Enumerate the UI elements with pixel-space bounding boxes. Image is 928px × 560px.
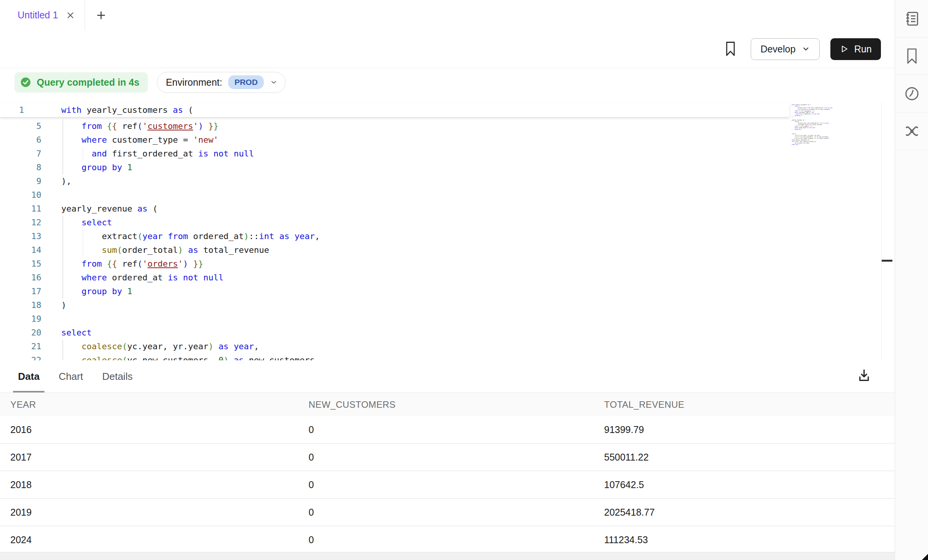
tab-details[interactable]: Details: [97, 360, 137, 392]
line-number: 9: [0, 174, 41, 188]
sticky-line-number: 1: [0, 103, 24, 117]
table-cell: 0: [309, 444, 314, 470]
horizontal-scrollbar[interactable]: [0, 552, 895, 560]
code-line[interactable]: 8 group by 1: [0, 161, 895, 174]
history-clock-icon[interactable]: [895, 75, 928, 112]
sticky-line: 1 with yearly_customers as (: [0, 103, 789, 117]
bookmark-icon[interactable]: [895, 37, 928, 75]
table-row: 201902025418.77: [0, 499, 895, 526]
line-number: 13: [0, 230, 41, 243]
line-number: 15: [0, 257, 41, 271]
line-number: 5: [0, 119, 41, 133]
table-cell: 2018: [10, 471, 32, 498]
code-line[interactable]: 12 select: [0, 216, 895, 230]
code-line[interactable]: 10: [0, 188, 895, 202]
table-cell: 0: [309, 526, 314, 553]
play-icon: [840, 44, 849, 54]
line-number: 16: [0, 271, 41, 285]
line-number: 21: [0, 340, 41, 353]
code-line[interactable]: 15 from {{ ref('orders') }}: [0, 257, 895, 271]
line-number: 20: [0, 326, 41, 340]
code-line[interactable]: 22 coalesce(yc.new_customers, 0) as new_…: [0, 353, 895, 360]
table-cell: 0: [309, 416, 314, 443]
column-header: NEW_CUSTOMERS: [309, 393, 395, 417]
table-row: 20170550011.22: [0, 444, 895, 471]
lineage-mesh-icon[interactable]: [895, 112, 928, 150]
line-number: 22: [0, 353, 41, 360]
line-number: 8: [0, 161, 41, 174]
tab-title: Untitled 1: [18, 10, 58, 21]
code-line[interactable]: 14 sum(order_total) as total_revenue: [0, 243, 895, 257]
line-number: 14: [0, 243, 41, 257]
table-cell: 550011.22: [604, 444, 649, 470]
code-line[interactable]: 21 coalesce(yc.year, yr.year) as year,: [0, 340, 895, 353]
table-cell: 0: [309, 471, 314, 498]
toolbar: Develop Run: [0, 30, 895, 68]
code-editor[interactable]: 5 from {{ ref('customers') }}6 where cus…: [0, 96, 895, 360]
right-sidebar: [895, 0, 928, 560]
line-number: 18: [0, 298, 41, 312]
code-line[interactable]: 6 where customer_type = 'new': [0, 133, 895, 147]
code-line[interactable]: 9),: [0, 174, 895, 188]
sticky-line-text: with yearly_customers as (: [61, 103, 193, 117]
column-header: YEAR: [10, 393, 36, 417]
table-cell: 2025418.77: [604, 499, 655, 526]
environment-label: Environment:: [166, 77, 222, 88]
code-line[interactable]: 11yearly_revenue as (: [0, 202, 895, 216]
tab-untitled-1[interactable]: Untitled 1: [0, 0, 85, 30]
table-cell: 107642.5: [604, 471, 644, 498]
overview-ruler: [881, 103, 882, 360]
code-line[interactable]: 13 extract(year from ordered_at)::int as…: [0, 230, 895, 243]
table-row: 20240111234.53: [0, 526, 895, 554]
table-body: 2016091399.7920170550011.2220180107642.5…: [0, 416, 895, 554]
table-cell: 2024: [10, 526, 32, 553]
resize-corner[interactable]: [922, 554, 928, 560]
minimap[interactable]: with yearly_customers as ( select extrac…: [792, 104, 832, 150]
new-tab-button[interactable]: [90, 0, 113, 30]
line-number: 6: [0, 133, 41, 147]
table-cell: 2016: [10, 416, 32, 443]
query-status-text: Query completed in 4s: [37, 77, 139, 88]
results-panel: Data Chart Details YEARNEW_CUSTOMERSTOTA…: [0, 360, 895, 560]
environment-value-chip: PROD: [228, 75, 264, 89]
results-tabs: Data Chart Details: [0, 360, 895, 392]
develop-dropdown[interactable]: Develop: [751, 38, 820, 60]
table-cell: 91399.79: [604, 416, 644, 443]
main-area: Untitled 1 Develop Run: [0, 0, 895, 560]
line-number: 17: [0, 285, 41, 298]
table-cell: 0: [309, 499, 314, 526]
notebook-icon[interactable]: [895, 0, 928, 37]
download-icon[interactable]: [856, 366, 872, 385]
code-line[interactable]: 16 where ordered_at is not null: [0, 271, 895, 285]
column-header: TOTAL_REVENUE: [604, 393, 685, 417]
chevron-down-icon: [270, 78, 278, 86]
scrollbar-marker[interactable]: [882, 260, 892, 262]
close-tab-icon[interactable]: [66, 11, 75, 20]
line-number: 12: [0, 216, 41, 230]
run-button[interactable]: Run: [830, 38, 881, 60]
line-number: 7: [0, 147, 41, 161]
table-row: 2016091399.79: [0, 416, 895, 444]
develop-label: Develop: [760, 44, 796, 55]
table-cell: 2019: [10, 499, 32, 526]
line-number: 19: [0, 312, 41, 326]
table-row: 20180107642.5: [0, 471, 895, 499]
table-cell: 111234.53: [604, 526, 648, 553]
code-line[interactable]: 18): [0, 298, 895, 312]
code-line[interactable]: 7 and first_ordered_at is not null: [0, 147, 895, 161]
bookmark-button[interactable]: [722, 38, 739, 60]
code-line[interactable]: 19: [0, 312, 895, 326]
chevron-down-icon: [802, 45, 810, 53]
environment-selector[interactable]: Environment: PROD: [157, 72, 286, 93]
query-status-badge: Query completed in 4s: [15, 72, 148, 93]
status-row: Query completed in 4s Environment: PROD: [0, 68, 895, 96]
code-line[interactable]: 17 group by 1: [0, 285, 895, 298]
tab-chart[interactable]: Chart: [54, 360, 88, 392]
code-line[interactable]: 20select: [0, 326, 895, 340]
tab-bar: Untitled 1: [0, 0, 895, 31]
code-line[interactable]: 5 from {{ ref('customers') }}: [0, 119, 895, 133]
tab-data[interactable]: Data: [13, 360, 44, 392]
check-circle-icon: [20, 77, 31, 88]
table-header: YEARNEW_CUSTOMERSTOTAL_REVENUE: [0, 392, 895, 417]
line-number: 11: [0, 202, 41, 216]
